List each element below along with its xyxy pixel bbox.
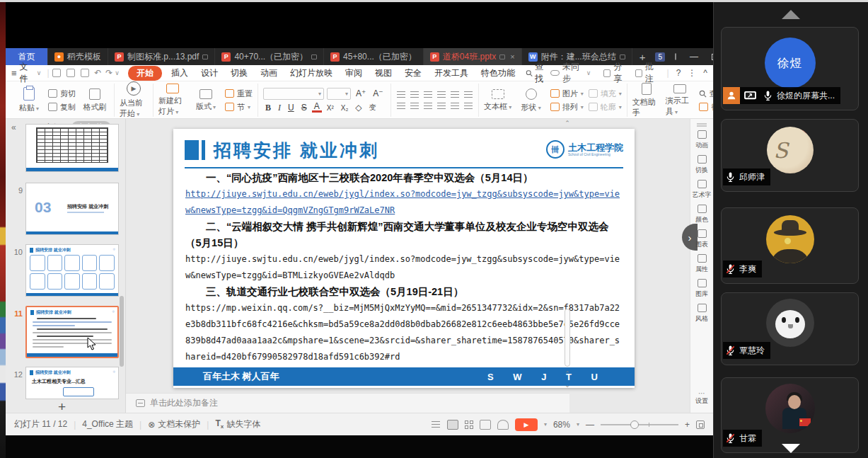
- tab-pdf-45-80[interactable]: P45+80...（已加密）: [324, 48, 424, 65]
- text-direction-icon[interactable]: [463, 91, 473, 99]
- tool-gallery[interactable]: 图库: [695, 279, 709, 299]
- doc-assistant-button[interactable]: 文档助手: [632, 83, 661, 118]
- reading-view-icon[interactable]: [480, 420, 491, 430]
- menu-tab-security[interactable]: 安全: [398, 66, 428, 81]
- align-left-icon[interactable]: [396, 102, 406, 110]
- cut-button[interactable]: 剪切: [48, 88, 76, 99]
- font-size-select[interactable]: ▾: [327, 88, 351, 100]
- play-options-caret[interactable]: ▾: [544, 421, 547, 428]
- menu-tab-design[interactable]: 设计: [195, 66, 224, 81]
- clear-format-button[interactable]: ◇: [353, 103, 364, 113]
- pin-icon[interactable]: [620, 55, 625, 59]
- participant-tile[interactable]: 甘霖: [721, 377, 859, 453]
- slider-knob[interactable]: [630, 420, 639, 429]
- arrange-button[interactable]: 排列▾: [550, 102, 584, 113]
- slide-url-3[interactable]: https://mp.weixin.qq.com/s?__biz=MjM5MjQ…: [185, 300, 620, 365]
- slide-url-2[interactable]: http://jiuye.swjtu.edu.cn/eweb/jygl/inde…: [185, 251, 620, 284]
- new-slide-button[interactable]: 新建幻灯片 ▾: [158, 84, 187, 117]
- slide-heading-3[interactable]: 三、轨道交通行业七校联合空中双选会（5月19日-21日）: [185, 284, 620, 300]
- theme-name[interactable]: 4_Office 主题: [82, 418, 133, 430]
- play-slideshow-button[interactable]: ▶: [515, 418, 538, 431]
- collapse-panel-icon[interactable]: «: [11, 122, 16, 132]
- more-menu-icon[interactable]: ⋮: [688, 68, 696, 78]
- tool-transition[interactable]: 切换: [695, 155, 709, 175]
- sync-status[interactable]: 未同步∨: [550, 61, 596, 85]
- tool-color[interactable]: 颜色: [695, 205, 709, 224]
- zoom-slider[interactable]: [601, 420, 678, 430]
- collapse-ribbon-icon[interactable]: ^: [703, 68, 707, 78]
- zoom-caret[interactable]: ▾: [577, 421, 579, 428]
- font-family-select[interactable]: ▾: [263, 88, 324, 100]
- previous-slide-icon[interactable]: ⌃: [564, 371, 571, 377]
- copy-button[interactable]: 复制: [48, 102, 76, 113]
- slide-heading-1[interactable]: 一、“同心抗疫”西南地区十三校联合2020年春季空中双选会（5月14日）: [185, 170, 620, 186]
- menu-tab-features[interactable]: 特色功能: [475, 66, 521, 81]
- underline-button[interactable]: U: [286, 103, 296, 113]
- menu-tab-view[interactable]: 视图: [369, 66, 398, 81]
- participant-tile[interactable]: S 邱师津: [721, 119, 859, 192]
- quickbar-caret[interactable]: ∨: [115, 69, 120, 76]
- slide-link-1[interactable]: http://jiuye.swjtu.edu.cn/eweb/jygl/inde…: [185, 186, 620, 219]
- italic-button[interactable]: I: [276, 103, 283, 113]
- shrink-font-button[interactable]: A⁻: [371, 88, 385, 98]
- scroll-up-triangle[interactable]: [782, 10, 800, 19]
- notes-bar[interactable]: 单击此处添加备注: [126, 393, 569, 413]
- protection-status[interactable]: ⊗文档未保护: [148, 418, 200, 430]
- zoom-level[interactable]: 68%: [553, 420, 570, 430]
- share-button[interactable]: 分享: [603, 61, 628, 85]
- reset-button[interactable]: 重置: [225, 88, 253, 99]
- file-menu[interactable]: 文件: [20, 61, 35, 85]
- menu-tab-animation[interactable]: 动画: [254, 66, 284, 81]
- find-button[interactable]: 查找: [526, 61, 550, 85]
- indent-increase-icon[interactable]: [436, 91, 446, 99]
- menu-tab-slideshow[interactable]: 幻灯片放映: [284, 66, 339, 81]
- zoom-in-button[interactable]: +: [685, 420, 690, 430]
- format-painter-button[interactable]: 格式刷: [81, 88, 109, 113]
- fill-button[interactable]: 填充▾: [589, 88, 622, 99]
- tool-settings[interactable]: ⋯设置: [695, 391, 709, 406]
- thumbnail-scrollbar[interactable]: [120, 296, 124, 367]
- distribute-icon[interactable]: [450, 102, 460, 110]
- help-button[interactable]: ?: [676, 68, 681, 78]
- normal-view-icon[interactable]: [447, 420, 458, 430]
- hamburger-icon[interactable]: ≡: [11, 68, 17, 79]
- panel-expand-chevron[interactable]: ›: [682, 224, 698, 251]
- text-box-button[interactable]: 文本框 ▾: [484, 89, 512, 112]
- slide-title[interactable]: 招聘安排 就业冲刺: [214, 140, 379, 160]
- justify-icon[interactable]: [436, 102, 446, 110]
- numbering-icon[interactable]: [410, 91, 419, 99]
- thumbnail-slide-12[interactable]: 招聘安排 就业冲刺 ◎ 土木工程相关专业...汇总: [25, 367, 119, 399]
- bullets-icon[interactable]: [396, 91, 406, 99]
- tool-wordart[interactable]: 艺术字: [691, 180, 712, 200]
- bold-button[interactable]: B: [263, 103, 273, 113]
- align-right-icon[interactable]: [423, 102, 433, 110]
- paste-button[interactable]: 粘贴 ▾: [15, 87, 43, 113]
- subscript-button[interactable]: X₂: [339, 104, 351, 112]
- fit-screen-icon[interactable]: [696, 420, 705, 429]
- tab-current-pptx[interactable]: P道桥04班.pptx×: [424, 48, 522, 65]
- shapes-button[interactable]: 形状 ▾: [517, 88, 545, 113]
- layout-button[interactable]: 版式 ▾: [192, 89, 220, 112]
- thumbnail-slide-11-selected[interactable]: 招聘安排 就业冲刺 ◎: [25, 306, 119, 358]
- section-button[interactable]: 节▾: [225, 102, 253, 113]
- print-preview-icon[interactable]: [81, 69, 89, 77]
- pin-icon[interactable]: [499, 55, 505, 59]
- redo-icon[interactable]: ↷: [105, 68, 112, 78]
- thumbnail-slide-10[interactable]: 招聘安排 就业冲刺 ◎: [25, 244, 119, 297]
- workspace-icon[interactable]: [675, 53, 676, 60]
- slide-body[interactable]: 一、“同心抗疫”西南地区十三校联合2020年春季空中双选会（5月14日） htt…: [185, 170, 620, 365]
- pin-icon[interactable]: [311, 55, 317, 59]
- menu-tab-devtools[interactable]: 开发工具: [428, 66, 475, 81]
- scroll-down-triangle[interactable]: [782, 444, 800, 453]
- line-spacing-icon[interactable]: [450, 91, 460, 99]
- tab-pdf-40-70[interactable]: P40+70...（已加密）: [215, 48, 324, 65]
- comment-button[interactable]: 批注: [635, 61, 660, 85]
- missing-font-status[interactable]: Tx缺失字体: [215, 418, 260, 430]
- grow-font-button[interactable]: A⁺: [354, 88, 368, 98]
- tab-close-icon[interactable]: ×: [510, 52, 514, 61]
- strikethrough-button[interactable]: S: [299, 103, 309, 113]
- scrollbar-thumb[interactable]: [565, 309, 570, 367]
- print-icon[interactable]: [66, 69, 75, 77]
- picture-button[interactable]: 图片▾: [550, 88, 584, 99]
- align-center-icon[interactable]: [410, 102, 419, 110]
